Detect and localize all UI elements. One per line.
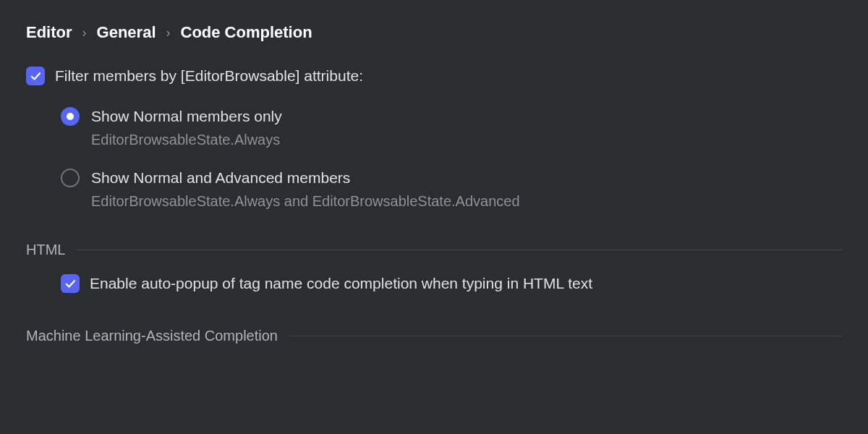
breadcrumb-item-editor[interactable]: Editor	[26, 23, 72, 42]
section-title-html: HTML	[26, 242, 65, 258]
radio-hint-normal-advanced: EditorBrowsableState.Always and EditorBr…	[91, 193, 842, 210]
section-header-html: HTML	[26, 242, 842, 258]
html-autopopup-label: Enable auto-popup of tag name code compl…	[90, 275, 592, 292]
section-divider	[289, 336, 842, 336]
radio-item-normal-advanced: Show Normal and Advanced members EditorB…	[61, 169, 842, 210]
radio-normal-advanced[interactable]	[61, 169, 80, 187]
html-autopopup-option: Enable auto-popup of tag name code compl…	[61, 274, 842, 293]
html-autopopup-checkbox[interactable]	[61, 274, 80, 293]
radio-label-normal-advanced: Show Normal and Advanced members	[91, 169, 350, 187]
section-divider	[77, 250, 842, 250]
filter-members-option: Filter members by [EditorBrowsable] attr…	[26, 67, 842, 85]
section-title-ml: Machine Learning-Assisted Completion	[26, 328, 278, 344]
radio-label-normal-only: Show Normal members only	[91, 108, 282, 125]
filter-radio-group: Show Normal members only EditorBrowsable…	[61, 107, 842, 210]
radio-item-normal-only: Show Normal members only EditorBrowsable…	[61, 107, 842, 148]
breadcrumb: Editor › General › Code Completion	[26, 23, 842, 42]
chevron-right-icon: ›	[82, 25, 87, 41]
check-icon	[64, 277, 77, 290]
breadcrumb-item-general[interactable]: General	[97, 23, 156, 42]
section-header-ml: Machine Learning-Assisted Completion	[26, 328, 842, 344]
check-icon	[29, 69, 42, 82]
filter-members-label: Filter members by [EditorBrowsable] attr…	[55, 67, 363, 85]
breadcrumb-item-code-completion[interactable]: Code Completion	[181, 23, 312, 42]
radio-hint-normal-only: EditorBrowsableState.Always	[91, 132, 842, 148]
radio-normal-only[interactable]	[61, 107, 80, 126]
chevron-right-icon: ›	[166, 25, 171, 41]
filter-members-checkbox[interactable]	[26, 67, 45, 85]
